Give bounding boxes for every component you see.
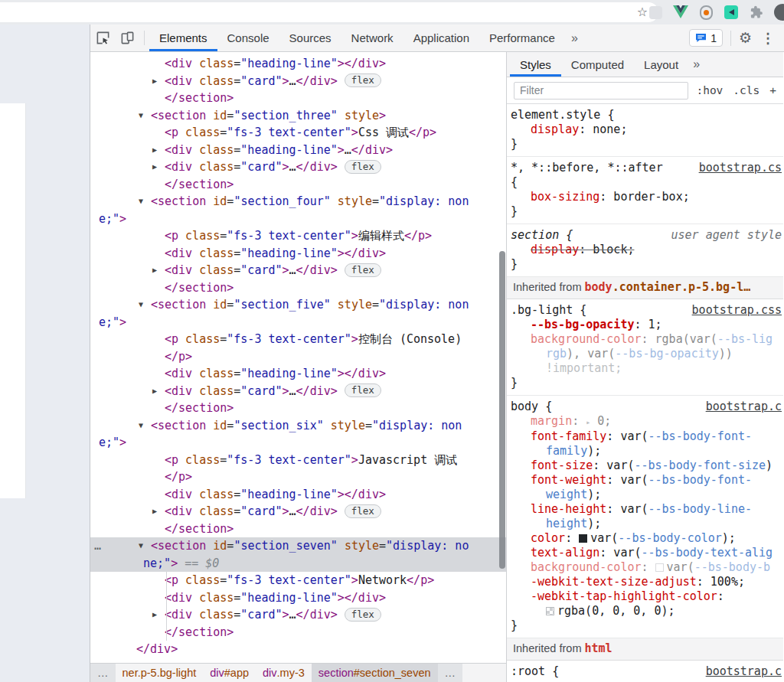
- css-declaration[interactable]: box-sizing: border-box;: [511, 190, 783, 204]
- tree-row[interactable]: ▶<div class="card">…</div>flex: [90, 158, 506, 176]
- tree-row[interactable]: ▶<div class="card">…</div>flex: [90, 503, 506, 520]
- tree-row[interactable]: </section>: [90, 400, 506, 417]
- tree-row[interactable]: <p class="fs-3 text-center">编辑样式</p>: [90, 227, 506, 245]
- css-declaration[interactable]: --bs-bg-opacity: 1;: [511, 318, 783, 332]
- tree-row[interactable]: </section>: [90, 90, 506, 107]
- tree-row[interactable]: ▶<div class="card">…</div>flex: [90, 262, 506, 279]
- styles-more-tabs-chevron[interactable]: »: [688, 52, 704, 77]
- css-declaration[interactable]: font-family: var(--bs-body-font-: [511, 429, 783, 444]
- tree-row[interactable]: ▼<section id="section_three" style>: [90, 107, 506, 125]
- tree-row[interactable]: <div class="heading-line"></div>: [90, 55, 506, 73]
- tab-network[interactable]: Network: [341, 24, 403, 51]
- css-declaration[interactable]: font-weight: var(--bs-body-font-: [511, 473, 783, 488]
- expander-open-icon[interactable]: ▼: [139, 537, 143, 555]
- stylesheet-link[interactable]: bootstrap.c: [706, 664, 783, 679]
- expander-closed-icon[interactable]: ▶: [152, 142, 157, 159]
- puzzle-icon[interactable]: [749, 5, 764, 20]
- devtools-menu-icon[interactable]: ⋮: [760, 31, 776, 45]
- tree-row[interactable]: e;">: [90, 210, 506, 228]
- stylesheet-link[interactable]: bootstrap.css: [692, 303, 783, 318]
- tree-row[interactable]: </section>: [90, 279, 506, 297]
- css-declaration[interactable]: background-color: var(--bs-body-b: [511, 560, 783, 575]
- bookmark-star-icon[interactable]: ☆: [637, 5, 648, 20]
- styles-tab-computed[interactable]: Computed: [561, 52, 634, 77]
- expander-closed-icon[interactable]: ▶: [152, 158, 157, 176]
- tree-row[interactable]: <p class="fs-3 text-center">Network</p>: [90, 572, 506, 589]
- expander-open-icon[interactable]: ▼: [139, 417, 143, 435]
- profile-avatar[interactable]: [774, 4, 784, 21]
- tree-row[interactable]: <div class="heading-line"></div>: [90, 486, 506, 504]
- expander-closed-icon[interactable]: ▶: [152, 606, 157, 624]
- tab-application[interactable]: Application: [403, 24, 479, 51]
- expander-closed-icon[interactable]: ▶: [152, 262, 157, 279]
- css-declaration[interactable]: family);: [511, 444, 783, 458]
- tree-row[interactable]: </section>: [90, 176, 506, 194]
- tree-row[interactable]: </div>: [90, 641, 506, 658]
- styles-tab-styles[interactable]: Styles: [510, 52, 561, 77]
- css-declaration[interactable]: line-height: var(--bs-body-line-: [511, 502, 783, 517]
- inherited-element-link[interactable]: body: [585, 280, 612, 294]
- stylesheet-link[interactable]: bootstrap.c: [706, 400, 783, 414]
- breadcrumb-item[interactable]: div#app: [203, 664, 256, 682]
- css-declaration[interactable]: height);: [511, 517, 783, 531]
- styles-tab-layout[interactable]: Layout: [634, 52, 688, 77]
- css-declaration[interactable]: display: block;: [511, 243, 783, 257]
- flex-badge[interactable]: flex: [345, 160, 381, 174]
- tree-row[interactable]: ▼<section id="section_four" style="displ…: [90, 193, 506, 210]
- breadcrumb-overflow[interactable]: …: [90, 664, 116, 682]
- vue-devtools-icon[interactable]: [673, 5, 688, 20]
- expander-closed-icon[interactable]: ▶: [152, 503, 157, 520]
- tree-row[interactable]: <p class="fs-3 text-center">Javascript 调…: [90, 452, 506, 469]
- tree-row[interactable]: </section>: [90, 520, 506, 538]
- more-tabs-chevron[interactable]: »: [565, 24, 584, 51]
- css-declaration[interactable]: color: var(--bs-body-color);: [511, 531, 783, 546]
- css-declaration[interactable]: text-align: var(--bs-body-text-alig: [511, 546, 783, 560]
- flex-badge[interactable]: flex: [345, 504, 381, 518]
- tree-row[interactable]: ▼<section id="section_six" style="displa…: [90, 417, 506, 435]
- css-declaration[interactable]: rgba(0, 0, 0, 0);: [511, 604, 783, 618]
- cls-toggle[interactable]: .cls: [733, 84, 760, 96]
- tab-console[interactable]: Console: [217, 24, 279, 51]
- css-declaration[interactable]: display: none;: [511, 122, 783, 137]
- css-declaration[interactable]: weight);: [511, 488, 783, 502]
- tab-elements[interactable]: Elements: [149, 24, 217, 51]
- address-bar[interactable]: ☆: [0, 2, 658, 22]
- teal-arrow-icon[interactable]: [724, 5, 739, 20]
- inspect-element-icon[interactable]: [90, 24, 115, 51]
- tree-row[interactable]: …▼<section id="section_seven" style="dis…: [90, 537, 506, 555]
- tree-row[interactable]: <div class="heading-line"></div>: [90, 365, 506, 383]
- hov-toggle[interactable]: :hov: [696, 84, 723, 96]
- console-messages-button[interactable]: 1: [689, 29, 723, 47]
- new-style-rule-button[interactable]: +: [769, 84, 776, 96]
- tree-row[interactable]: ▶<div class="card">…</div>flex: [90, 606, 506, 624]
- css-declaration[interactable]: -webkit-tap-highlight-color:: [511, 589, 783, 604]
- expander-closed-icon[interactable]: ▶: [152, 383, 157, 400]
- css-declaration[interactable]: margin: ▸ 0;: [511, 414, 783, 429]
- breadcrumb-overflow[interactable]: …: [438, 664, 463, 682]
- tree-row[interactable]: e;">: [90, 434, 506, 452]
- tree-row[interactable]: ▶<div class="heading-line">…</div>: [90, 142, 506, 159]
- styles-filter-input[interactable]: [514, 82, 688, 100]
- expander-open-icon[interactable]: ▼: [139, 296, 143, 314]
- inherited-element-link[interactable]: html: [585, 641, 612, 655]
- tree-row[interactable]: e;">: [90, 314, 506, 331]
- tree-row[interactable]: <div class="heading-line"></div>: [90, 245, 506, 263]
- stylesheet-link[interactable]: bootstrap.cs: [699, 161, 783, 175]
- expander-closed-icon[interactable]: ▶: [152, 73, 157, 90]
- flex-badge[interactable]: flex: [345, 263, 381, 277]
- tab-performance[interactable]: Performance: [479, 24, 565, 51]
- css-declaration[interactable]: font-size: var(--bs-body-font-size): [511, 458, 783, 473]
- tree-row[interactable]: ▼<section id="section_five" style="displ…: [90, 296, 506, 314]
- tree-row[interactable]: ne;"> == $0: [90, 555, 506, 573]
- css-declaration[interactable]: -webkit-text-size-adjust: 100%;: [511, 575, 783, 589]
- tree-row[interactable]: <p class="fs-3 text-center">Css 调试</p>: [90, 124, 506, 142]
- tree-row[interactable]: </section>: [90, 624, 506, 641]
- breadcrumb-item[interactable]: div.my-3: [256, 664, 312, 682]
- breadcrumb-item[interactable]: section#section_seven: [312, 664, 438, 682]
- expander-open-icon[interactable]: ▼: [139, 107, 143, 125]
- css-declaration[interactable]: rgb), var(--bs-bg-opacity)): [511, 347, 783, 361]
- flex-badge[interactable]: flex: [345, 383, 381, 397]
- inherited-element-link[interactable]: .container.p-5.bg-l…: [612, 280, 751, 294]
- device-toolbar-icon[interactable]: [115, 24, 139, 51]
- extensions-grid-icon[interactable]: [648, 5, 663, 20]
